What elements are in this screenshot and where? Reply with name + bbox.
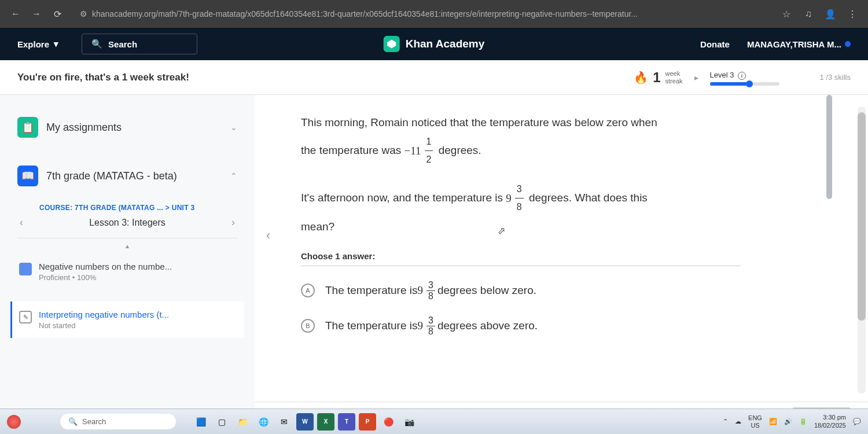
chrome-icon[interactable]: 🔴	[380, 413, 397, 431]
sidebar-item-grade[interactable]: 📖 7th grade (MATATAG - beta) ⌃	[10, 157, 244, 194]
skill-item-interpreting-negative[interactable]: ✎ Interpreting negative numbers (t... No…	[10, 301, 244, 338]
info-icon[interactable]: i	[738, 72, 746, 80]
breadcrumb[interactable]: COURSE: 7TH GRADE (MATATAG ... > UNIT 3	[10, 194, 244, 214]
url-text: khanacademy.org/math/7th-grade-matatag/x…	[92, 9, 638, 19]
skill-item-negative-numbers[interactable]: Negative numbers on the numbe... Profici…	[10, 253, 244, 290]
edge-icon[interactable]: 🌐	[255, 413, 272, 431]
star-icon[interactable]: ☆	[781, 9, 792, 19]
camera-icon[interactable]: 📷	[400, 413, 418, 431]
sidebar-item-assignments[interactable]: 📋 My assignments ⌄	[10, 109, 244, 146]
answer-option-a[interactable]: A The temperature is 938 degrees below z…	[301, 280, 839, 301]
scroll-up-button[interactable]: ▴	[10, 238, 244, 253]
streak-message: You're on fire, that's a 1 week streak!	[17, 72, 189, 83]
teams-icon[interactable]: T	[338, 413, 355, 431]
forward-icon[interactable]: →	[31, 9, 42, 19]
lesson-prev-button[interactable]: ‹	[15, 216, 28, 229]
arrow-right-icon: ▸	[694, 73, 698, 82]
pencil-icon: ✎	[19, 311, 32, 323]
notification-dot-icon	[845, 41, 851, 47]
explore-menu[interactable]: Explore ▾	[17, 39, 58, 49]
divider	[301, 266, 741, 266]
battery-icon[interactable]: 🔋	[799, 418, 807, 425]
svg-marker-0	[387, 40, 396, 49]
explorer-icon[interactable]: 📁	[234, 413, 251, 431]
copilot-icon[interactable]: 🟦	[192, 413, 209, 431]
prev-question-button[interactable]: ‹	[266, 228, 270, 243]
search-icon: 🔍	[91, 39, 102, 49]
lesson-title: Lesson 3: Integers	[28, 218, 227, 228]
choose-label: Choose 1 answer:	[301, 251, 839, 261]
assignments-icon: 📋	[17, 117, 38, 138]
profile-icon[interactable]: 👤	[825, 9, 836, 19]
cloud-icon[interactable]: ☁	[735, 418, 741, 425]
chevron-down-icon: ▾	[54, 39, 58, 49]
task-view-icon[interactable]: ▢	[213, 413, 230, 431]
lesson-next-button[interactable]: ›	[227, 216, 240, 229]
clock[interactable]: 3:30 pm 18/02/2025	[814, 414, 846, 429]
back-icon[interactable]: ←	[10, 9, 21, 19]
mail-icon[interactable]: ✉	[275, 413, 293, 431]
url-bar[interactable]: ⚙ khanacademy.org/math/7th-grade-matatag…	[73, 9, 771, 19]
content-scrollbar[interactable]	[858, 106, 866, 393]
fire-icon: 🔥	[634, 71, 648, 84]
question-panel: ‹ This morning, Romain noticed that the …	[255, 95, 868, 434]
search-button[interactable]: 🔍 Search	[82, 34, 197, 54]
word-icon[interactable]: W	[296, 413, 314, 431]
donate-link[interactable]: Donate	[700, 39, 730, 49]
excel-icon[interactable]: X	[317, 413, 334, 431]
streak-bar: You're on fire, that's a 1 week streak! …	[0, 60, 868, 95]
logo[interactable]: Khan Academy	[384, 36, 485, 52]
user-menu[interactable]: MANAGAY,TRISHA M...	[747, 39, 851, 49]
question-text: This morning, Romain noticed that the te…	[301, 112, 741, 237]
chevron-down-icon: ⌄	[230, 123, 237, 132]
streak-counter[interactable]: 🔥 1 week streak	[634, 69, 682, 86]
top-nav: Explore ▾ 🔍 Search Khan Academy Donate M…	[0, 28, 868, 60]
widgets-icon[interactable]	[7, 415, 21, 429]
page-scrollbar[interactable]	[826, 95, 832, 396]
search-icon: 🔍	[68, 417, 78, 426]
skills-count: 1 /3 skills	[820, 73, 851, 82]
notifications-icon[interactable]: 💬	[853, 418, 861, 425]
site-settings-icon[interactable]: ⚙	[80, 9, 87, 19]
khan-logo-icon	[384, 36, 400, 52]
level-progress	[710, 82, 779, 86]
tray-chevron-icon[interactable]: ⌃	[723, 418, 728, 425]
answer-option-b[interactable]: B The temperature is 938 degrees above z…	[301, 315, 839, 337]
reload-icon[interactable]: ⟳	[52, 9, 62, 19]
music-icon[interactable]: ♫	[803, 9, 814, 19]
radio-a[interactable]: A	[301, 284, 315, 297]
chevron-up-icon: ⌃	[230, 171, 237, 181]
radio-b[interactable]: B	[301, 319, 315, 333]
app-viewport: Explore ▾ 🔍 Search Khan Academy Donate M…	[0, 28, 868, 434]
volume-icon[interactable]: 🔊	[784, 418, 792, 425]
mastery-box-icon	[19, 263, 32, 275]
windows-taskbar: 🔍 Search 🟦 ▢ 📁 🌐 ✉ W X T P 🔴 📷 ⌃ ☁ ENG U…	[0, 409, 868, 434]
browser-toolbar: ← → ⟳ ⚙ khanacademy.org/math/7th-grade-m…	[0, 0, 868, 28]
language-indicator[interactable]: ENG US	[748, 414, 762, 428]
level-indicator[interactable]: Level 3 i	[710, 69, 779, 86]
book-icon: 📖	[17, 165, 38, 186]
sidebar: 📋 My assignments ⌄ 📖 7th grade (MATATAG …	[0, 95, 255, 434]
wifi-icon[interactable]: 📶	[769, 418, 777, 425]
powerpoint-icon[interactable]: P	[359, 413, 376, 431]
taskbar-search[interactable]: 🔍 Search	[60, 414, 176, 429]
menu-icon[interactable]: ⋮	[847, 9, 858, 19]
